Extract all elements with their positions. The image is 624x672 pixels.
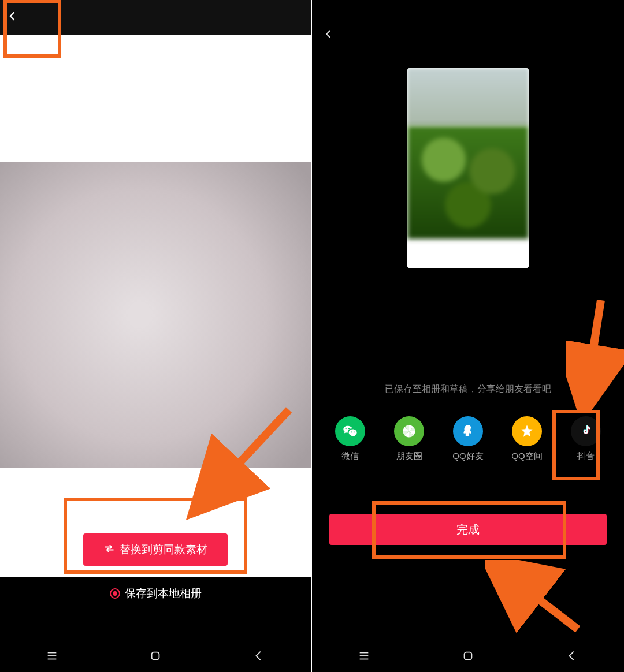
left-blank-area [0,35,311,162]
nav-recent-icon[interactable] [358,649,370,664]
share-douyin[interactable]: 抖音 [558,416,614,462]
right-screen: 已保存至相册和草稿，分享给朋友看看吧 微信 朋友圈 QQ好友 QQ空间 [312,0,624,672]
qzone-icon [512,416,542,446]
nav-home-icon[interactable] [149,649,162,664]
left-header [0,0,311,35]
share-qzone[interactable]: QQ空间 [499,416,555,462]
right-header [312,0,624,57]
back-icon[interactable] [324,31,334,41]
left-video-preview[interactable] [0,162,311,468]
save-to-album-label: 保存到本地相册 [125,586,202,601]
save-to-album-button[interactable]: 保存到本地相册 [0,577,311,610]
share-wechat[interactable]: 微信 [322,416,378,462]
record-icon [110,588,120,599]
wechat-icon [335,416,365,446]
nav-back-icon[interactable] [566,649,578,664]
share-wechat-label: 微信 [341,451,359,462]
save-status-text: 已保存至相册和草稿，分享给朋友看看吧 [312,383,624,395]
svg-line-9 [586,300,601,393]
svg-rect-3 [152,652,159,660]
left-screen: 替换到剪同款素材 保存到本地相册 [0,0,312,672]
swap-icon [103,543,115,557]
done-button[interactable]: 完成 [329,514,607,545]
share-moments[interactable]: 朋友圈 [381,416,437,462]
douyin-icon [571,416,601,446]
moments-icon [394,416,424,446]
nav-back-icon[interactable] [252,649,265,664]
replace-material-button[interactable]: 替换到剪同款素材 [83,533,228,566]
svg-line-10 [503,572,578,629]
annotation-arrow-done [485,560,589,641]
share-qzone-label: QQ空间 [511,451,542,462]
share-qq-label: QQ好友 [452,451,483,462]
replace-material-label: 替换到剪同款素材 [120,542,207,557]
qq-icon [453,416,483,446]
nav-home-icon[interactable] [462,649,474,664]
share-qq[interactable]: QQ好友 [440,416,496,462]
android-nav-bar-left [0,642,311,672]
video-thumbnail[interactable] [407,68,529,268]
share-douyin-label: 抖音 [577,451,595,462]
share-moments-label: 朋友圈 [396,451,422,462]
nav-recent-icon[interactable] [46,649,58,664]
left-action-area: 替换到剪同款素材 [0,468,311,577]
done-button-label: 完成 [456,522,480,537]
share-row: 微信 朋友圈 QQ好友 QQ空间 [312,416,624,462]
right-thumbnail-wrap [312,68,624,268]
android-nav-bar-right [312,642,624,672]
back-icon[interactable] [7,10,18,24]
svg-rect-8 [465,652,472,660]
